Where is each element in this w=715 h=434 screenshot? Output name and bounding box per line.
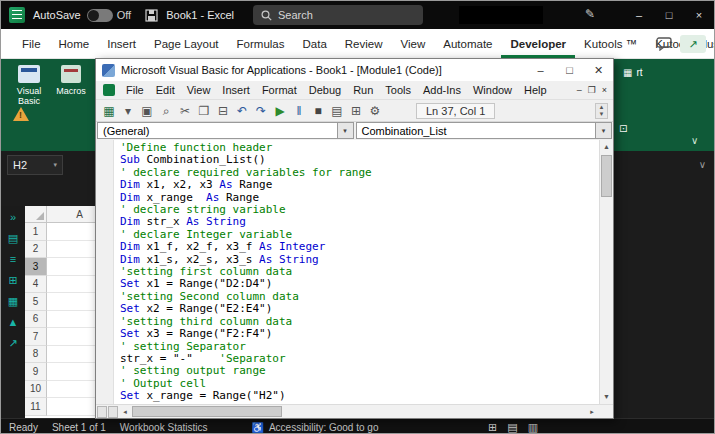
share-button[interactable]: ↗ — [680, 35, 706, 53]
ribbon-collapse-chevron-icon[interactable]: ∨ — [691, 135, 698, 146]
minimize-button[interactable]: – — [624, 1, 654, 29]
vba-menu-insert[interactable]: Insert — [216, 84, 256, 96]
select-all-corner[interactable] — [25, 206, 47, 222]
ribbon-tab-review[interactable]: Review — [336, 29, 392, 58]
vba-menu-window[interactable]: Window — [467, 84, 518, 96]
cut-icon[interactable]: ✂ — [177, 103, 193, 119]
vba-minimize-button[interactable]: – — [526, 59, 555, 81]
full-module-view-button[interactable] — [108, 406, 118, 418]
ribbon-tab-page-layout[interactable]: Page Layout — [145, 29, 228, 58]
scroll-right-icon[interactable]: ▸ — [585, 408, 599, 416]
child-minimize-button[interactable]: – — [577, 85, 582, 95]
horizontal-scrollbar[interactable]: ◂ ▸ — [96, 404, 613, 418]
comments-icon[interactable] — [656, 37, 672, 51]
row-header-9[interactable]: 9 — [25, 363, 47, 381]
toolbar-spinner[interactable]: ▲ ▼ — [595, 103, 608, 119]
ribbon-tab-insert[interactable]: Insert — [98, 29, 145, 58]
break-icon[interactable]: ‖ — [291, 103, 307, 119]
vba-menu-addins[interactable]: Add-Ins — [417, 84, 467, 96]
pen-mode-icon[interactable]: ✎ — [585, 7, 595, 21]
scroll-up-icon[interactable]: ▲ — [603, 140, 610, 154]
view-excel-icon[interactable]: ▦ — [101, 103, 117, 119]
list-icon[interactable]: ≡ — [10, 254, 16, 265]
ribbon-tab-developer[interactable]: Developer — [501, 29, 575, 58]
save-icon[interactable]: ▣ — [139, 103, 155, 119]
child-restore-button[interactable]: ❐ — [588, 85, 596, 95]
vba-close-button[interactable]: ✕ — [584, 59, 613, 81]
row-header-4[interactable]: 4 — [25, 276, 47, 294]
ribbon-fragment-icon[interactable]: ▦ — [623, 67, 632, 78]
undo-icon[interactable]: ↶ — [234, 103, 250, 119]
worksheet-icon[interactable]: ▤ — [8, 233, 18, 244]
row-header-1[interactable]: 1 — [25, 223, 47, 241]
name-box[interactable]: H2 ▾ — [7, 155, 63, 175]
page-break-view-icon[interactable]: ▥ — [528, 421, 538, 434]
ribbon-tab-view[interactable]: View — [392, 29, 435, 58]
paste-icon[interactable]: ⊟ — [215, 103, 231, 119]
vba-titlebar[interactable]: Microsoft Visual Basic for Applications … — [96, 59, 613, 81]
breakpoint-margin[interactable] — [96, 140, 114, 404]
row-header-7[interactable]: 7 — [25, 328, 47, 346]
normal-view-icon[interactable]: ⊞ — [488, 421, 497, 434]
row-header-6[interactable]: 6 — [25, 311, 47, 329]
spinner-up-icon[interactable]: ▲ — [596, 104, 607, 111]
spinner-down-icon[interactable]: ▼ — [596, 111, 607, 118]
warning-icon[interactable]: ! — [13, 107, 29, 121]
insert-object-dropdown-icon[interactable]: ▾ — [120, 103, 136, 119]
accessibility-status[interactable]: ♿ Accessibility: Good to go — [251, 422, 378, 433]
ribbon-tab-file[interactable]: File — [13, 29, 50, 58]
vba-menu-view[interactable]: View — [181, 84, 217, 96]
scroll-down-icon[interactable]: ▼ — [603, 390, 610, 404]
row-header-3[interactable]: 3 — [25, 258, 47, 276]
vertical-scrollbar[interactable]: ▲ ▼ — [599, 140, 613, 404]
ribbon-tab-home[interactable]: Home — [50, 29, 99, 58]
ribbon-tab-data[interactable]: Data — [294, 29, 336, 58]
reset-icon[interactable]: ■ — [310, 103, 326, 119]
redo-icon[interactable]: ↷ — [253, 103, 269, 119]
vba-menu-help[interactable]: Help — [518, 84, 553, 96]
vba-menu-file[interactable]: File — [120, 84, 150, 96]
properties-window-icon[interactable]: ⊞ — [348, 103, 364, 119]
table-icon[interactable]: ▦ — [8, 296, 18, 307]
procedure-dropdown-chevron-icon[interactable]: ▾ — [595, 123, 611, 138]
status-workbook-statistics[interactable]: Workbook Statistics — [120, 422, 208, 433]
row-header-11[interactable]: 11 — [25, 398, 47, 416]
ribbon-tab-formulas[interactable]: Formulas — [228, 29, 294, 58]
ribbon-fragment-icon-2[interactable]: ⊡ — [619, 123, 627, 134]
formula-bar-expand-icon[interactable]: ∨ — [699, 159, 706, 170]
vertical-scroll-thumb[interactable] — [601, 155, 612, 197]
page-layout-view-icon[interactable]: ▤ — [507, 421, 517, 434]
maximize-button[interactable]: □ — [654, 1, 684, 29]
vba-maximize-button[interactable]: □ — [555, 59, 584, 81]
vba-child-window-icon[interactable] — [103, 84, 115, 96]
save-icon[interactable] — [145, 9, 158, 22]
resize-icon[interactable]: ↗ — [8, 338, 17, 349]
find-icon[interactable]: ⌕ — [158, 103, 174, 119]
vba-menu-tools[interactable]: Tools — [379, 84, 417, 96]
vba-menu-edit[interactable]: Edit — [150, 84, 181, 96]
object-dropdown-chevron-icon[interactable]: ▾ — [337, 123, 353, 138]
close-button[interactable]: × — [684, 1, 714, 29]
child-close-button[interactable]: × — [602, 85, 607, 95]
expand-pane-icon[interactable]: » — [10, 212, 16, 223]
procedure-view-button[interactable] — [97, 406, 107, 418]
row-header-10[interactable]: 10 — [25, 381, 47, 399]
object-browser-icon[interactable]: ⚙ — [367, 103, 383, 119]
grid-icon[interactable]: ⊞ — [8, 275, 17, 286]
ribbon-tab-kutools[interactable]: Kutools ™ — [575, 29, 646, 58]
horizontal-scroll-thumb[interactable] — [132, 406, 282, 417]
search-box[interactable]: Search — [253, 5, 423, 25]
ribbon-tab-automate[interactable]: Automate — [434, 29, 501, 58]
copy-icon[interactable]: ❐ — [196, 103, 212, 119]
code-editor[interactable]: 'Define function headerSub Combination_L… — [114, 140, 599, 404]
chart-icon[interactable]: ▲ — [8, 317, 19, 328]
object-dropdown[interactable]: (General) ▾ — [97, 122, 354, 139]
autosave-toggle[interactable] — [87, 9, 113, 22]
status-sheet-count[interactable]: Sheet 1 of 1 — [52, 422, 106, 433]
macros-button[interactable]: Macros — [53, 65, 89, 96]
row-header-2[interactable]: 2 — [25, 241, 47, 259]
run-icon[interactable]: ▶ — [272, 103, 288, 119]
vba-menu-format[interactable]: Format — [256, 84, 303, 96]
row-header-5[interactable]: 5 — [25, 293, 47, 311]
scroll-left-icon[interactable]: ◂ — [118, 408, 132, 416]
